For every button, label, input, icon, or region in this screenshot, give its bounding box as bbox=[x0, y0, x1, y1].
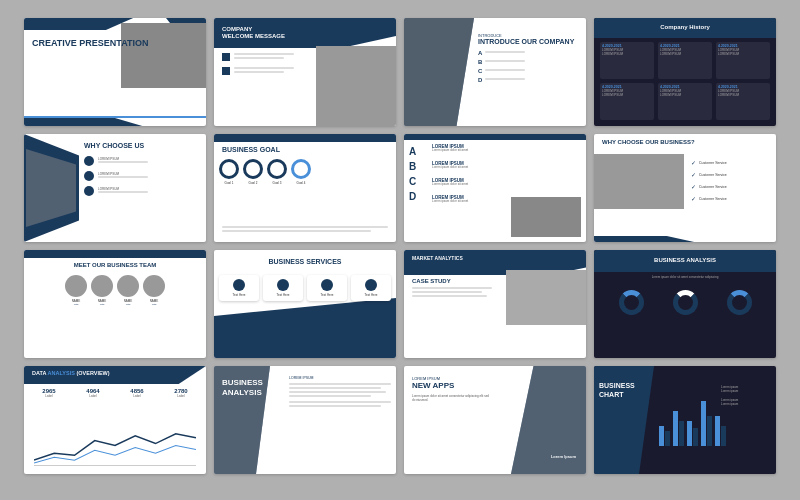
slide-11-image bbox=[506, 270, 586, 325]
slide-16-title: BUSINESS CHART bbox=[599, 381, 649, 399]
slide-9-avatar-1 bbox=[65, 275, 87, 297]
slide-2-icon-2 bbox=[222, 67, 230, 75]
slide-5-content: WHY CHOOSE US LOREM IPSUM LOREM IPSUM LO… bbox=[84, 142, 201, 201]
slide-9-avatar-2 bbox=[91, 275, 113, 297]
slide-2: COMPANY WELCOME MESSAGE bbox=[214, 18, 396, 126]
slide-6-circles: Goal 1 Goal 2 Goal 3 Goal 4 bbox=[219, 159, 311, 185]
slide-2-row-1 bbox=[222, 53, 312, 61]
slide-5-items: LOREM IPSUM LOREM IPSUM LOREM IPSUM bbox=[84, 156, 201, 196]
slide-12: BUSINESS ANALYSIS Lorem ipsum dolor sit … bbox=[594, 250, 776, 358]
slide-13-stats: 2965 Label 4964 Label 4856 Label 2780 La… bbox=[29, 388, 201, 398]
slide-10-svc-1: Text Here bbox=[219, 275, 259, 301]
slide-8-image bbox=[594, 154, 684, 209]
slide-8-check-1: ✓ Customer Service bbox=[691, 159, 771, 166]
slide-6-desc bbox=[222, 226, 388, 234]
slide-1-bottom-line bbox=[24, 116, 206, 118]
slide-8-check-3: ✓ Customer Service bbox=[691, 183, 771, 190]
slide-11: MARKET ANALYTICS CASE STUDY bbox=[404, 250, 586, 358]
slide-13-line-chart bbox=[34, 426, 196, 465]
slide-9-avatar-4 bbox=[143, 275, 165, 297]
slide-1-title: CREATIVE PRESENTATION bbox=[32, 38, 149, 49]
slide-7-item-b: LOREM IPSUM Lorem ipsum dolor sit amet bbox=[432, 161, 581, 170]
slide-9-member-2: NAME Title bbox=[91, 275, 113, 306]
slide-7-top bbox=[404, 134, 586, 140]
slide-6-circle-2: Goal 2 bbox=[243, 159, 263, 185]
slide-12-donut-1 bbox=[619, 290, 644, 315]
slide-5-icon-2 bbox=[84, 171, 94, 181]
slide-3-items: A B C D bbox=[478, 50, 578, 83]
slide-6-title: BUSINESS GOAL bbox=[222, 146, 280, 153]
slide-1: CREATIVE PRESENTATION bbox=[24, 18, 206, 126]
slide-9-member-4: NAME Title bbox=[143, 275, 165, 306]
slide-16-bars-3 bbox=[687, 421, 698, 446]
slide-16-bars-2 bbox=[673, 411, 684, 446]
slide-15-desc: Lorem ipsum dolor sit amet consectetur a… bbox=[412, 394, 492, 402]
slide-12-donut-2 bbox=[673, 290, 698, 315]
slide-9-member-3: NAME Title bbox=[117, 275, 139, 306]
slide-9-avatar-3 bbox=[117, 275, 139, 297]
slide-13-stat-4: 2780 Label bbox=[161, 388, 201, 398]
slide-10-title: BUSINESS SERVICES bbox=[214, 258, 396, 265]
slide-13-stat-3: 4856 Label bbox=[117, 388, 157, 398]
slide-9-top bbox=[24, 250, 206, 258]
slide-3-item-a: A bbox=[478, 50, 578, 56]
slide-8-check-2: ✓ Customer Service bbox=[691, 171, 771, 178]
slide-grid: CREATIVE PRESENTATION COMPANY WELCOME ME… bbox=[8, 2, 792, 498]
slide-15: Lorem Ipsum NEW APPS Lorem ipsum dolor s… bbox=[404, 366, 586, 474]
slide-6-circle-3: Goal 3 bbox=[267, 159, 287, 185]
slide-2-header-title: COMPANY WELCOME MESSAGE bbox=[222, 26, 285, 40]
slide-6-circle-4: Goal 4 bbox=[291, 159, 311, 185]
slide-11-label: MARKET ANALYTICS bbox=[412, 255, 463, 262]
slide-4-cell-3: 4.2020-2021 LOREM IPSUMLOREM IPSUM bbox=[716, 42, 770, 79]
slide-3-title: INTRODUCE OUR COMPANY bbox=[478, 38, 578, 46]
slide-6-top bbox=[214, 134, 396, 142]
slide-7-item-a: LOREM IPSUM Lorem ipsum dolor sit amet bbox=[432, 144, 581, 153]
slide-4-grid: 4.2020-2021 LOREM IPSUMLOREM IPSUM 4.202… bbox=[600, 42, 770, 120]
slide-15-person: Lorem Ipsum bbox=[551, 454, 576, 459]
slide-2-title: WELCOME MESSAGE bbox=[222, 33, 285, 40]
slide-2-content bbox=[222, 53, 312, 81]
slide-2-row-2 bbox=[222, 67, 312, 75]
slide-4-title: Company History bbox=[594, 24, 776, 30]
slide-5-item-2: LOREM IPSUM bbox=[84, 171, 201, 181]
slide-12-charts bbox=[604, 290, 766, 315]
slide-13-chart bbox=[34, 426, 196, 466]
slide-10: BUSINESS SERVICES Text Here Text Here Te… bbox=[214, 250, 396, 358]
slide-10-svc-2: Text Here bbox=[263, 275, 303, 301]
slide-3-content: Introduce INTRODUCE OUR COMPANY A B C D bbox=[478, 33, 578, 86]
slide-4-cell-5: 4.2020-2021 LOREM IPSUMLOREM IPSUM bbox=[658, 83, 712, 120]
slide-5-item-3: LOREM IPSUM bbox=[84, 186, 201, 196]
slide-4: Company History 4.2020-2021 LOREM IPSUML… bbox=[594, 18, 776, 126]
slide-12-title: BUSINESS ANALYSIS bbox=[594, 257, 776, 263]
slide-10-icon-4 bbox=[365, 279, 377, 291]
slide-2-text-2 bbox=[234, 67, 294, 75]
slide-4-cell-4: 4.2020-2021 LOREM IPSUMLOREM IPSUM bbox=[600, 83, 654, 120]
slide-3-image bbox=[404, 18, 474, 126]
slide-8: WHY CHOOSE OUR BUSINESS? ✓ Customer Serv… bbox=[594, 134, 776, 242]
slide-11-desc bbox=[412, 287, 502, 297]
slide-8-check-4: ✓ Customer Service bbox=[691, 195, 771, 202]
slide-10-icon-3 bbox=[321, 279, 333, 291]
slide-16-bars-5 bbox=[715, 416, 726, 446]
slide-3-item-c: C bbox=[478, 68, 578, 74]
slide-10-svc-3: Text Here bbox=[307, 275, 347, 301]
slide-7-letters: A B C D bbox=[409, 144, 424, 204]
slide-6: BUSINESS GOAL Goal 1 Goal 2 Goal 3 Goal … bbox=[214, 134, 396, 242]
slide-6-circle-1: Goal 1 bbox=[219, 159, 239, 185]
slide-12-desc: Lorem ipsum dolor sit amet consectetur a… bbox=[604, 275, 766, 279]
slide-9-title: MEET OUR BUSINESS TEAM bbox=[24, 262, 206, 268]
slide-10-svc-4: Text Here bbox=[351, 275, 391, 301]
slide-11-header-text: MARKET ANALYTICS bbox=[412, 255, 463, 262]
slide-9-member-1: NAME Title bbox=[65, 275, 87, 306]
slide-14: BUSINESS ANALYSIS LOREM IPSUM bbox=[214, 366, 396, 474]
slide-13: DATA ANALYSIS (OVERVIEW) 2965 Label 4964… bbox=[24, 366, 206, 474]
slide-10-bg bbox=[214, 298, 396, 358]
slide-5-title: WHY CHOOSE US bbox=[84, 142, 201, 150]
slide-1-image bbox=[121, 23, 206, 88]
slide-7-image bbox=[511, 197, 581, 237]
slide-2-icon-1 bbox=[222, 53, 230, 61]
slide-15-title: NEW APPS bbox=[412, 381, 507, 391]
slide-5: WHY CHOOSE US LOREM IPSUM LOREM IPSUM LO… bbox=[24, 134, 206, 242]
slide-8-bottom bbox=[594, 236, 776, 242]
slide-16-bars-1 bbox=[659, 426, 670, 446]
